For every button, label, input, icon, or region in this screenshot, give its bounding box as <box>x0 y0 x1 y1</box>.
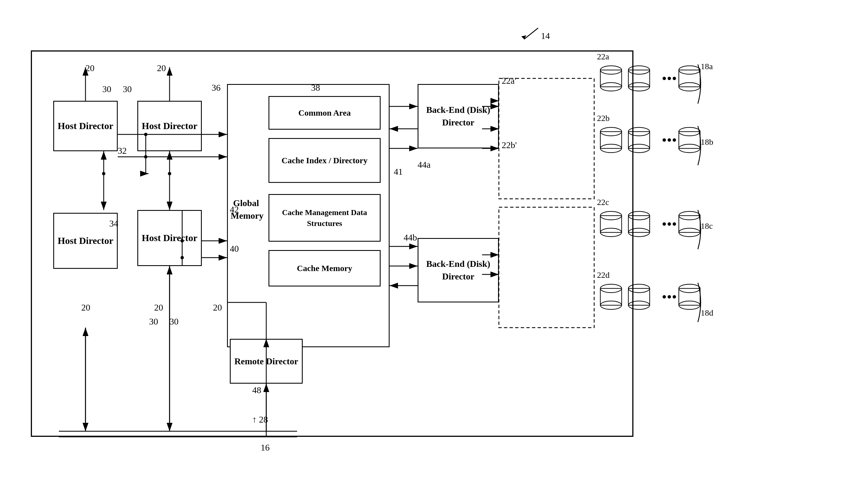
svg-rect-53 <box>601 70 622 87</box>
svg-rect-80 <box>628 216 650 232</box>
svg-point-59 <box>668 77 671 80</box>
ref-22b: 22b <box>597 113 610 123</box>
ref-30-1: 30 <box>123 84 132 94</box>
ref-22a-prime: 22a' <box>502 76 516 86</box>
disk-group-18c: 22c 18c <box>594 207 706 253</box>
cache-mgmt-box: Cache Management Data Structures <box>269 194 381 242</box>
ref-20-2: 20 <box>157 63 166 73</box>
svg-point-71 <box>668 138 671 142</box>
ref-48: 48 <box>252 385 261 395</box>
svg-rect-65 <box>601 132 622 148</box>
svg-point-96 <box>673 295 676 299</box>
disk-group-18d-svg <box>594 280 706 325</box>
ref-34: 34 <box>109 218 118 229</box>
svg-rect-56 <box>628 70 650 87</box>
ref-32: 32 <box>118 146 127 156</box>
ref-22b-prime: 22b' <box>502 140 517 150</box>
svg-point-72 <box>673 138 676 142</box>
ref-18a: 18a <box>701 62 713 71</box>
svg-marker-1 <box>521 35 526 39</box>
svg-rect-98 <box>679 289 700 305</box>
svg-rect-68 <box>628 132 650 148</box>
disk-group-18d: 22d 18d <box>594 280 706 326</box>
svg-point-82 <box>663 222 666 226</box>
ref-44b: 44b <box>404 232 417 243</box>
svg-point-70 <box>663 138 666 142</box>
ref-28: ↑ 28 <box>252 414 268 425</box>
disk-group-18a-svg <box>594 62 706 106</box>
svg-line-0 <box>524 28 538 39</box>
ref-40: 40 <box>230 244 239 254</box>
cache-memory-box: Cache Memory <box>269 250 381 287</box>
disk-group-18c-svg <box>594 207 706 252</box>
svg-rect-86 <box>679 216 700 232</box>
svg-rect-89 <box>601 289 622 305</box>
svg-point-60 <box>673 77 676 80</box>
ref-20-1: 20 <box>85 63 94 73</box>
disk-group-18b-svg <box>594 123 706 168</box>
ref-41: 41 <box>394 167 403 177</box>
ref-22c: 22c <box>597 197 609 207</box>
svg-rect-92 <box>628 289 650 305</box>
host-director-top-right: Host Director <box>137 101 202 151</box>
svg-point-84 <box>673 222 676 226</box>
ref-14-arrow-svg <box>516 25 544 42</box>
ref-42: 42 <box>230 204 239 215</box>
svg-point-95 <box>668 295 671 299</box>
ref-38: 38 <box>311 83 320 93</box>
svg-point-94 <box>663 295 666 299</box>
cache-index-box: Cache Index / Directory <box>269 138 381 183</box>
ref-30-3: 30 <box>169 316 179 327</box>
ref-20-4: 20 <box>154 302 163 313</box>
ref-20-3: 20 <box>81 302 90 313</box>
ref-30-4: 30 <box>102 84 111 94</box>
ref-18b: 18b <box>701 137 713 147</box>
svg-rect-74 <box>679 132 700 148</box>
ref-22d: 22d <box>597 270 610 280</box>
disk-group-18b: 18b 22b <box>594 123 706 169</box>
common-area-box: Common Area <box>269 96 381 130</box>
host-director-bottom-right: Host Director <box>137 210 202 266</box>
ref-16-label: 16 <box>261 442 270 453</box>
svg-point-58 <box>663 77 666 80</box>
host-director-bottom-left: Host Director <box>53 213 118 269</box>
backend-bottom-box: Back-End (Disk) Director <box>418 238 499 302</box>
ref-20-5: 20 <box>213 302 222 313</box>
ref-18d: 18d <box>701 308 713 318</box>
ref-44a: 44a <box>418 160 430 170</box>
disk-group-18a: 18a 22a <box>594 62 706 108</box>
ref-22a: 22a <box>597 52 609 61</box>
ref-30-2: 30 <box>149 316 158 327</box>
global-memory-box: Global Memory Common Area Cache Index / … <box>227 84 390 347</box>
backend-top-box: Back-End (Disk) Director <box>418 84 499 148</box>
ref-18c: 18c <box>701 221 713 231</box>
svg-rect-77 <box>601 216 622 232</box>
svg-point-83 <box>668 222 671 226</box>
host-director-top-left: Host Director <box>53 101 118 151</box>
svg-rect-62 <box>679 70 700 87</box>
ref-36: 36 <box>212 83 221 93</box>
diagram-container: 14 16 Host Director Host Director Host D… <box>17 22 844 476</box>
remote-director-box: Remote Director <box>230 339 303 384</box>
